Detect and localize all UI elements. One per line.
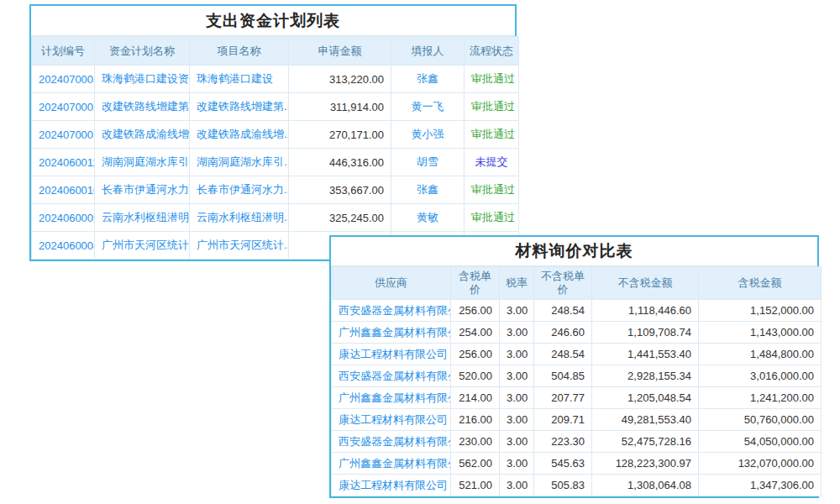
supplier-cell[interactable]: 广州鑫鑫金属材料有限公司 bbox=[332, 387, 451, 409]
reporter-cell: 胡雪 bbox=[391, 149, 465, 176]
amount_notax-cell: 2,928,155.34 bbox=[592, 365, 699, 387]
amount_notax-cell: 52,475,728.16 bbox=[592, 431, 699, 453]
supplier-cell[interactable]: 广州鑫鑫金属材料有限公司 bbox=[332, 322, 451, 344]
reporter-cell: 黄敏 bbox=[391, 204, 465, 232]
supplier-cell[interactable]: 康达工程材料有限公司 bbox=[332, 409, 451, 431]
amount_tax-cell: 1,241,200.00 bbox=[699, 387, 822, 409]
table-row: 2024070001改建铁路成渝线增建...改建铁路成渝线增...270,171… bbox=[32, 121, 519, 149]
amount_notax-cell: 1,205,048.54 bbox=[592, 387, 699, 409]
project_name-cell[interactable]: 湖南洞庭湖水库引... bbox=[190, 149, 289, 176]
tax_rate-cell: 3.00 bbox=[500, 322, 534, 344]
supplier-cell[interactable]: 康达工程材料有限公司 bbox=[332, 475, 451, 496]
plan_no-cell[interactable]: 2024060010 bbox=[32, 176, 95, 204]
tax_rate-cell: 3.00 bbox=[500, 431, 534, 453]
plan_no-cell[interactable]: 2024070002 bbox=[32, 93, 95, 121]
column-header-amount_tax: 含税金额 bbox=[699, 267, 822, 300]
material-quote-table-title: 材料询价对比表 bbox=[331, 237, 817, 266]
unit_price_tax-cell: 254.00 bbox=[451, 322, 500, 344]
plan_no-cell[interactable]: 2024060009 bbox=[32, 204, 95, 232]
tax_rate-cell: 3.00 bbox=[500, 300, 534, 322]
table-row: 西安盛器金属材料有限公司256.003.00248.541,118,446.60… bbox=[332, 300, 822, 322]
unit_price_notax-cell: 545.63 bbox=[534, 453, 592, 475]
tax_rate-cell: 3.00 bbox=[500, 387, 534, 409]
unit_price_notax-cell: 248.54 bbox=[534, 300, 592, 322]
table-row: 康达工程材料有限公司521.003.00505.831,308,064.081,… bbox=[332, 475, 822, 496]
reporter-cell: 黄一飞 bbox=[391, 93, 465, 121]
tax_rate-cell: 3.00 bbox=[500, 409, 534, 431]
column-header-unit_price_notax: 不含税单价 bbox=[534, 267, 592, 300]
tax_rate-cell: 3.00 bbox=[500, 475, 534, 496]
table-row: 西安盛器金属材料有限公司520.003.00504.852,928,155.34… bbox=[332, 365, 822, 387]
project_name-cell[interactable]: 云南水利枢纽潜明... bbox=[190, 204, 289, 232]
fund_name-cell[interactable]: 广州市天河区统计局... bbox=[95, 232, 190, 260]
amount_notax-cell: 128,223,300.97 bbox=[592, 453, 699, 475]
amount_tax-cell: 3,016,000.00 bbox=[699, 365, 822, 387]
supplier-cell[interactable]: 广州鑫鑫金属材料有限公司 bbox=[332, 453, 451, 475]
amount_notax-cell: 1,308,064.08 bbox=[592, 475, 699, 496]
unit_price_notax-cell: 207.77 bbox=[534, 387, 592, 409]
status-cell: 未提交 bbox=[465, 149, 519, 176]
amount_tax-cell: 1,484,800.00 bbox=[699, 344, 822, 365]
fund_name-cell[interactable]: 云南水利枢纽潜明水... bbox=[95, 204, 190, 232]
unit_price_tax-cell: 230.00 bbox=[451, 431, 500, 453]
project_name-cell[interactable]: 广州市天河区统计... bbox=[190, 232, 289, 260]
header-row: 供应商含税单价税率不含税单价不含税金额含税金额 bbox=[332, 267, 822, 300]
table-row: 2024070003珠海鹤港口建设资金...珠海鹤港口建设313,220.00张… bbox=[32, 66, 519, 93]
amount-cell: 313,220.00 bbox=[289, 66, 391, 93]
table-row: 2024060010长春市伊通河水力发...长春市伊通河水力...353,667… bbox=[32, 176, 519, 204]
column-header-project_name: 项目名称 bbox=[190, 37, 289, 66]
column-header-fund_name: 资金计划名称 bbox=[95, 37, 190, 66]
amount-cell: 270,171.00 bbox=[289, 121, 391, 149]
fund_name-cell[interactable]: 长春市伊通河水力发... bbox=[95, 176, 190, 204]
table-row: 2024060011湖南洞庭湖水库引水...湖南洞庭湖水库引...446,316… bbox=[32, 149, 519, 176]
plan_no-cell[interactable]: 2024070003 bbox=[32, 66, 95, 93]
expenditure-plan-table-title: 支出资金计划列表 bbox=[31, 6, 515, 36]
fund_name-cell[interactable]: 改建铁路线增建第二... bbox=[95, 93, 190, 121]
amount_tax-cell: 132,070,000.00 bbox=[699, 453, 822, 475]
amount_tax-cell: 1,347,306.00 bbox=[699, 475, 822, 496]
supplier-cell[interactable]: 西安盛器金属材料有限公司 bbox=[332, 431, 451, 453]
fund_name-cell[interactable]: 湖南洞庭湖水库引水... bbox=[95, 149, 190, 176]
status-cell: 审批通过 bbox=[465, 176, 519, 204]
unit_price_tax-cell: 256.00 bbox=[451, 300, 500, 322]
expenditure-plan-table: 计划编号资金计划名称项目名称申请金额填报人流程状态 2024070003珠海鹤港… bbox=[31, 36, 519, 260]
amount_tax-cell: 54,050,000.00 bbox=[699, 431, 822, 453]
project_name-cell[interactable]: 长春市伊通河水力... bbox=[190, 176, 289, 204]
unit_price_tax-cell: 521.00 bbox=[451, 475, 500, 496]
project_name-cell[interactable]: 改建铁路成渝线增... bbox=[190, 121, 289, 149]
supplier-cell[interactable]: 西安盛器金属材料有限公司 bbox=[332, 300, 451, 322]
material-quote-table-card: 材料询价对比表 供应商含税单价税率不含税单价不含税金额含税金额 西安盛器金属材料… bbox=[329, 235, 819, 498]
reporter-cell: 张鑫 bbox=[391, 176, 465, 204]
amount_tax-cell: 1,152,000.00 bbox=[699, 300, 822, 322]
project_name-cell[interactable]: 珠海鹤港口建设 bbox=[190, 66, 289, 93]
plan_no-cell[interactable]: 2024070001 bbox=[32, 121, 95, 149]
tax_rate-cell: 3.00 bbox=[500, 344, 534, 365]
fund_name-cell[interactable]: 珠海鹤港口建设资金... bbox=[95, 66, 190, 93]
table-row: 2024060009云南水利枢纽潜明水...云南水利枢纽潜明...325,245… bbox=[32, 204, 519, 232]
supplier-cell[interactable]: 康达工程材料有限公司 bbox=[332, 344, 451, 365]
amount_tax-cell: 1,143,000.00 bbox=[699, 322, 822, 344]
amount_notax-cell: 1,109,708.74 bbox=[592, 322, 699, 344]
amount-cell: 325,245.00 bbox=[289, 204, 391, 232]
amount_tax-cell: 50,760,000.00 bbox=[699, 409, 822, 431]
table-row: 西安盛器金属材料有限公司230.003.00223.3052,475,728.1… bbox=[332, 431, 822, 453]
table-row: 2024070002改建铁路线增建第二...改建铁路线增建第...311,914… bbox=[32, 93, 519, 121]
amount_notax-cell: 49,281,553.40 bbox=[592, 409, 699, 431]
unit_price_notax-cell: 246.60 bbox=[534, 322, 592, 344]
amount_notax-cell: 1,118,446.60 bbox=[592, 300, 699, 322]
plan_no-cell[interactable]: 2024060008 bbox=[32, 232, 95, 260]
tax_rate-cell: 3.00 bbox=[500, 453, 534, 475]
amount-cell: 446,316.00 bbox=[289, 149, 391, 176]
supplier-cell[interactable]: 西安盛器金属材料有限公司 bbox=[332, 365, 451, 387]
column-header-supplier: 供应商 bbox=[332, 267, 451, 300]
table-row: 康达工程材料有限公司216.003.00209.7149,281,553.405… bbox=[332, 409, 822, 431]
plan_no-cell[interactable]: 2024060011 bbox=[32, 149, 95, 176]
column-header-plan_no: 计划编号 bbox=[32, 37, 95, 66]
unit_price_notax-cell: 209.71 bbox=[534, 409, 592, 431]
fund_name-cell[interactable]: 改建铁路成渝线增建... bbox=[95, 121, 190, 149]
column-header-reporter: 填报人 bbox=[391, 37, 465, 66]
project_name-cell[interactable]: 改建铁路线增建第... bbox=[190, 93, 289, 121]
table-row: 广州鑫鑫金属材料有限公司254.003.00246.601,109,708.74… bbox=[332, 322, 822, 344]
amount-cell: 353,667.00 bbox=[289, 176, 391, 204]
unit_price_tax-cell: 520.00 bbox=[451, 365, 500, 387]
